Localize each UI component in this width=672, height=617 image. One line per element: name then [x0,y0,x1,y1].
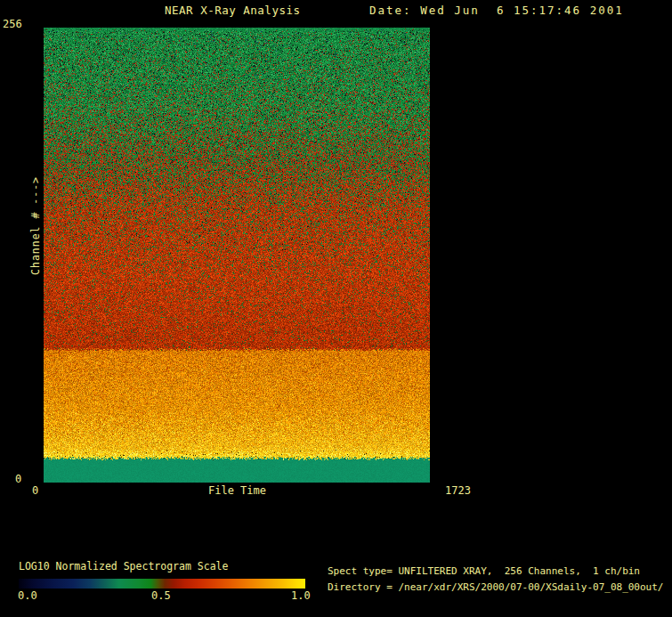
x-axis-max-tick: 1723 [445,484,471,497]
colorbar-tick-0: 0.0 [18,589,37,602]
colorbar-tick-1: 0.5 [151,589,171,602]
xray-analysis-window: NEAR X-Ray Analysis Date: Wed Jun 6 15:1… [0,0,672,617]
colorbar-tick-2: 1.0 [291,589,311,602]
y-axis-max-tick: 256 [3,18,22,30]
directory-line: Directory = /near/xdr/XRS/2000/07-00/XSd… [328,581,664,593]
date-label: Date: Wed Jun 6 15:17:46 2001 [369,4,624,17]
colorbar-gradient [19,579,305,589]
page-title: NEAR X-Ray Analysis [165,4,301,17]
spect-type-line: Spect type= UNFILTERED XRAY, 256 Channel… [328,565,640,577]
y-axis-title: Channel # ---> [29,176,42,275]
x-axis-min-tick: 0 [32,484,38,497]
y-axis-min-tick: 0 [15,473,21,485]
x-axis-title: File Time [208,484,266,497]
spectrogram-canvas [44,28,430,483]
colorbar-label: LOG10 Normalized Spectrogram Scale [19,560,228,572]
